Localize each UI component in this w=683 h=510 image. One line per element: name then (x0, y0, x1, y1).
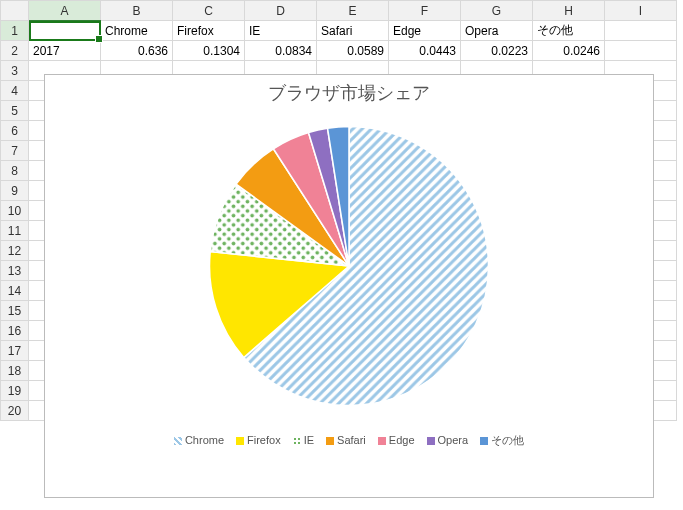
legend-swatch (174, 437, 182, 445)
legend-swatch (326, 437, 334, 445)
row-header-7[interactable]: 7 (1, 141, 29, 161)
legend-label: Edge (389, 434, 415, 446)
col-header-E[interactable]: E (317, 1, 389, 21)
row-header-14[interactable]: 14 (1, 281, 29, 301)
col-header-B[interactable]: B (101, 1, 173, 21)
legend-label: その他 (491, 434, 524, 446)
row-header-20[interactable]: 20 (1, 401, 29, 421)
row-header-18[interactable]: 18 (1, 361, 29, 381)
cell[interactable]: Safari (317, 21, 389, 41)
row-header-3[interactable]: 3 (1, 61, 29, 81)
row-header-2[interactable]: 2 (1, 41, 29, 61)
col-header-A[interactable]: A (29, 1, 101, 21)
chart-title: ブラウザ市場シェア (45, 75, 653, 107)
legend-swatch (236, 437, 244, 445)
corner-cell[interactable] (1, 1, 29, 21)
cell[interactable]: Opera (461, 21, 533, 41)
row-header-17[interactable]: 17 (1, 341, 29, 361)
legend-swatch (427, 437, 435, 445)
cell[interactable]: 2017 (29, 41, 101, 61)
legend-swatch (293, 437, 301, 445)
col-header-G[interactable]: G (461, 1, 533, 21)
cell[interactable]: 0.1304 (173, 41, 245, 61)
row-header-13[interactable]: 13 (1, 261, 29, 281)
row-header-5[interactable]: 5 (1, 101, 29, 121)
legend-label: Firefox (247, 434, 281, 446)
row-header-10[interactable]: 10 (1, 201, 29, 221)
col-header-D[interactable]: D (245, 1, 317, 21)
legend-item: Firefox (236, 434, 281, 446)
cell[interactable]: Edge (389, 21, 461, 41)
row-header-1[interactable]: 1 (1, 21, 29, 41)
legend-swatch (480, 437, 488, 445)
legend-swatch (378, 437, 386, 445)
cell[interactable]: IE (245, 21, 317, 41)
legend-item: Edge (378, 434, 415, 446)
cell[interactable]: Firefox (173, 21, 245, 41)
row-header-4[interactable]: 4 (1, 81, 29, 101)
col-header-H[interactable]: H (533, 1, 605, 21)
legend-item: Opera (427, 434, 469, 446)
col-header-C[interactable]: C (173, 1, 245, 21)
row-header-8[interactable]: 8 (1, 161, 29, 181)
legend-item: IE (293, 434, 314, 446)
row-header-15[interactable]: 15 (1, 301, 29, 321)
cell[interactable]: Chrome (101, 21, 173, 41)
cell[interactable]: その他 (533, 21, 605, 41)
row-header-12[interactable]: 12 (1, 241, 29, 261)
cell[interactable]: 0.636 (101, 41, 173, 61)
row-header-9[interactable]: 9 (1, 181, 29, 201)
cell[interactable] (605, 41, 677, 61)
cell[interactable]: 0.0443 (389, 41, 461, 61)
col-header-I[interactable]: I (605, 1, 677, 21)
chart[interactable]: ブラウザ市場シェア ChromeFirefoxIESafariEdgeOpera… (44, 74, 654, 498)
cell[interactable]: 0.0223 (461, 41, 533, 61)
cell[interactable]: 0.0589 (317, 41, 389, 61)
legend-item: Safari (326, 434, 366, 446)
chart-legend: ChromeFirefoxIESafariEdgeOperaその他 (45, 421, 653, 448)
row-header-11[interactable]: 11 (1, 221, 29, 241)
cell[interactable] (29, 21, 101, 41)
legend-label: IE (304, 434, 314, 446)
row-header-19[interactable]: 19 (1, 381, 29, 401)
legend-label: Opera (438, 434, 469, 446)
cell[interactable]: 0.0834 (245, 41, 317, 61)
row-header-16[interactable]: 16 (1, 321, 29, 341)
legend-item: Chrome (174, 434, 224, 446)
cell[interactable]: 0.0246 (533, 41, 605, 61)
pie-chart (194, 111, 504, 421)
cell[interactable] (605, 21, 677, 41)
col-header-F[interactable]: F (389, 1, 461, 21)
row-header-6[interactable]: 6 (1, 121, 29, 141)
legend-label: Chrome (185, 434, 224, 446)
legend-item: その他 (480, 433, 524, 448)
legend-label: Safari (337, 434, 366, 446)
